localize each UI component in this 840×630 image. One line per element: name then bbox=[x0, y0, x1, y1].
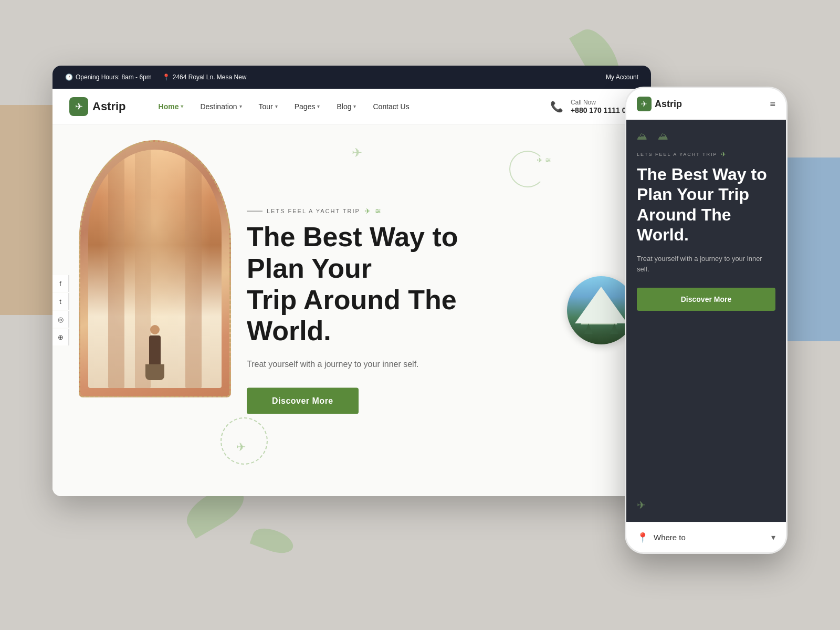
mobile-logo[interactable]: ✈ Astrip bbox=[637, 97, 682, 111]
where-to-text: Where to bbox=[654, 533, 686, 542]
navbar: ✈ Astrip Home ▾ Destination ▾ Tour ▾ Pag… bbox=[52, 89, 651, 124]
mobile-hero-title: The Best Way to Plan Your Trip Around Th… bbox=[637, 164, 775, 245]
instagram-icon[interactable]: ◎ bbox=[52, 311, 69, 328]
main-wrapper: 🕐 Opening Hours: 8am - 6pm 📍 2464 Royal … bbox=[52, 66, 788, 564]
nav-item-blog[interactable]: Blog ▾ bbox=[329, 98, 363, 115]
hero-section: f t ◎ ⊕ ☁ ☁ ✈ ✈ ✈ ≋ bbox=[52, 124, 651, 496]
mountain-peak-1 bbox=[575, 287, 627, 323]
mobile-logo-icon: ✈ bbox=[637, 97, 652, 111]
chevron-down-icon: ▾ bbox=[771, 532, 775, 542]
mobile-mockup: ✈ Astrip ≡ ⛰ ⛰ LETS FEEL A YACHT TRIP ✈ … bbox=[625, 87, 788, 554]
mobile-logo-text: Astrip bbox=[655, 99, 682, 110]
opening-hours-item: 🕐 Opening Hours: 8am - 6pm bbox=[65, 74, 152, 81]
nav-item-destination[interactable]: Destination ▾ bbox=[193, 98, 249, 115]
hero-subtitle: Treat yourself with a journey to your in… bbox=[247, 358, 520, 371]
mobile-tagline-plane-icon: ✈ bbox=[721, 151, 727, 158]
mobile-hero-subtitle: Treat yourself with a journey to your in… bbox=[637, 254, 775, 276]
browser-mockup: 🕐 Opening Hours: 8am - 6pm 📍 2464 Royal … bbox=[52, 66, 651, 496]
nav-links: Home ▾ Destination ▾ Tour ▾ Pages ▾ Blog bbox=[151, 98, 549, 115]
logo-icon: ✈ bbox=[69, 97, 88, 116]
mobile-hero: ⛰ ⛰ LETS FEEL A YACHT TRIP ✈ The Best Wa… bbox=[626, 120, 786, 522]
my-account-link[interactable]: My Account bbox=[606, 74, 638, 81]
mountain-icon-left: ⛰ bbox=[637, 130, 647, 142]
tree-right bbox=[610, 323, 618, 334]
topbar-left: 🕐 Opening Hours: 8am - 6pm 📍 2464 Royal … bbox=[65, 74, 246, 81]
nav-item-tour[interactable]: Tour ▾ bbox=[251, 98, 285, 115]
plane-decoration: ✈ bbox=[352, 145, 362, 160]
location-icon: 📍 bbox=[637, 532, 648, 543]
pinterest-icon[interactable]: ⊕ bbox=[52, 329, 69, 345]
phone-icon: 📞 bbox=[549, 98, 565, 115]
chevron-down-icon: ▾ bbox=[353, 103, 356, 109]
twitter-icon[interactable]: t bbox=[52, 293, 69, 310]
mountain-icon-right: ⛰ bbox=[658, 130, 668, 142]
logo[interactable]: ✈ Astrip bbox=[69, 97, 126, 116]
logo-text: Astrip bbox=[92, 100, 126, 113]
chevron-down-icon: ▾ bbox=[181, 103, 183, 109]
tagline-plane-icon: ✈ ≋ bbox=[364, 207, 382, 215]
hero-title: The Best Way to Plan Your Trip Around Th… bbox=[247, 222, 520, 347]
address-text: 2464 Royal Ln. Mesa New bbox=[173, 74, 247, 81]
hamburger-menu-icon[interactable]: ≡ bbox=[770, 99, 775, 110]
pin-icon: 📍 bbox=[162, 74, 170, 81]
bird-decoration: ✈ ≋ bbox=[537, 156, 551, 164]
person-figure bbox=[144, 325, 165, 372]
mobile-mountain-decoration: ⛰ ⛰ bbox=[637, 130, 775, 142]
mobile-paper-plane-decoration: ✈ bbox=[637, 499, 646, 511]
tree-left bbox=[584, 323, 593, 334]
nav-right: 📞 Call Now +880 170 1111 000 bbox=[549, 98, 634, 115]
hero-tagline: LETS FEEL A YACHT TRIP ✈ ≋ bbox=[247, 207, 520, 215]
discover-more-button[interactable]: Discover More bbox=[247, 387, 359, 414]
chevron-down-icon: ▾ bbox=[275, 103, 278, 109]
social-sidebar: f t ◎ ⊕ bbox=[52, 275, 69, 345]
nav-item-pages[interactable]: Pages ▾ bbox=[287, 98, 328, 115]
facebook-icon[interactable]: f bbox=[52, 275, 69, 292]
tagline-line bbox=[247, 211, 262, 211]
hero-content: LETS FEEL A YACHT TRIP ✈ ≋ The Best Way … bbox=[247, 207, 520, 414]
hero-arch-image bbox=[79, 140, 231, 397]
mobile-search-bar[interactable]: 📍 Where to ▾ bbox=[626, 522, 786, 552]
mobile-tagline: LETS FEEL A YACHT TRIP ✈ bbox=[637, 151, 775, 158]
nav-item-home[interactable]: Home ▾ bbox=[151, 98, 191, 115]
hero-image-container bbox=[79, 140, 231, 397]
mobile-navbar: ✈ Astrip ≡ bbox=[626, 88, 786, 120]
nav-item-contact[interactable]: Contact Us bbox=[365, 98, 416, 115]
paper-plane-decoration: ✈ bbox=[236, 440, 246, 454]
mobile-discover-button[interactable]: Discover More bbox=[637, 288, 775, 311]
clock-icon: 🕐 bbox=[65, 74, 72, 81]
chevron-down-icon: ▾ bbox=[239, 103, 242, 109]
topbar: 🕐 Opening Hours: 8am - 6pm 📍 2464 Royal … bbox=[52, 66, 651, 89]
opening-hours-text: Opening Hours: 8am - 6pm bbox=[76, 74, 152, 81]
address-item: 📍 2464 Royal Ln. Mesa New bbox=[162, 74, 247, 81]
chevron-down-icon: ▾ bbox=[317, 103, 320, 109]
arch-inner bbox=[88, 150, 222, 388]
